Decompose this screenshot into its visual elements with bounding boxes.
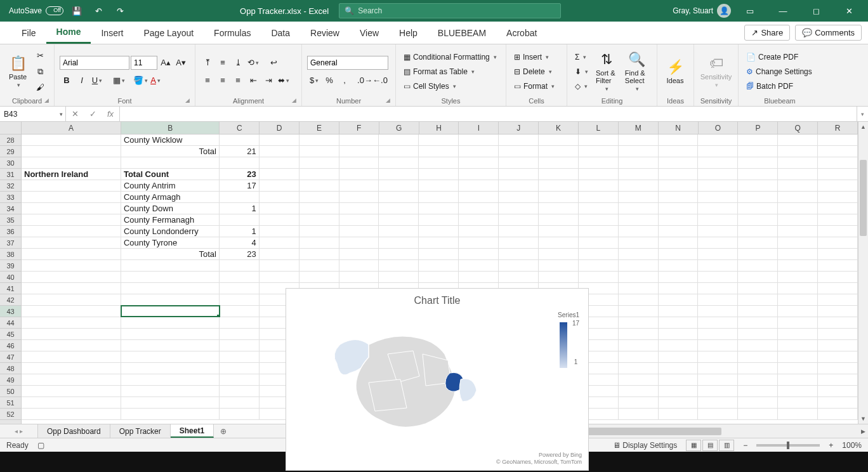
scroll-thumb[interactable]: [860, 160, 867, 236]
change-settings-button[interactable]: ⚙Change Settings: [744, 65, 815, 78]
cell-R50[interactable]: [818, 386, 858, 397]
cell-O44[interactable]: [698, 317, 738, 328]
bold-button[interactable]: B: [60, 74, 74, 88]
cell-Q42[interactable]: [778, 294, 818, 305]
row-header-44[interactable]: 44: [0, 317, 21, 329]
autosum-icon[interactable]: Σ▾: [572, 51, 591, 63]
cell-A36[interactable]: [22, 226, 121, 237]
cell-I36[interactable]: [459, 226, 499, 237]
paste-button[interactable]: 📋Paste▾: [5, 54, 30, 89]
cell-K39[interactable]: [539, 260, 579, 271]
cell-A51[interactable]: [22, 397, 121, 408]
cell-E34[interactable]: [299, 203, 339, 214]
cell-C43[interactable]: [220, 306, 260, 317]
cell-N44[interactable]: [659, 317, 699, 328]
row-header-49[interactable]: 49: [0, 374, 21, 386]
copy-icon[interactable]: ⧉: [33, 65, 47, 79]
wrap-text-icon[interactable]: ↩: [266, 56, 280, 70]
align-top-icon[interactable]: ⤒: [201, 56, 214, 70]
cell-H40[interactable]: [419, 272, 459, 282]
cell-Q34[interactable]: [778, 203, 818, 214]
column-header-D[interactable]: D: [260, 122, 299, 134]
cell-B46[interactable]: [121, 340, 220, 351]
page-layout-view-icon[interactable]: ▤: [702, 440, 718, 451]
cell-N49[interactable]: [659, 374, 699, 385]
cell-B47[interactable]: [121, 351, 220, 362]
row-header-34[interactable]: 34: [0, 203, 21, 214]
cell-B36[interactable]: County Londonderry: [121, 226, 220, 237]
cell-M51[interactable]: [619, 397, 659, 408]
percent-icon[interactable]: %: [322, 74, 336, 88]
cell-Q43[interactable]: [778, 306, 818, 317]
row-header-40[interactable]: 40: [0, 272, 21, 283]
cell-M35[interactable]: [619, 214, 659, 225]
cell-C32[interactable]: 17: [220, 180, 260, 191]
cell-I28[interactable]: [459, 134, 499, 145]
column-header-O[interactable]: O: [699, 122, 739, 134]
cell-B38[interactable]: Total: [121, 249, 220, 259]
cell-P33[interactable]: [738, 192, 778, 202]
zoom-in-icon[interactable]: +: [829, 441, 833, 450]
cell-K33[interactable]: [539, 192, 579, 202]
cell-B39[interactable]: [121, 260, 220, 271]
cell-O51[interactable]: [698, 397, 738, 408]
cell-I29[interactable]: [459, 146, 499, 157]
expand-formula-bar-icon[interactable]: ▾: [857, 107, 868, 121]
cell-D28[interactable]: [260, 134, 299, 145]
cell-O39[interactable]: [698, 260, 738, 271]
formula-input[interactable]: [120, 107, 857, 121]
cell-F35[interactable]: [339, 214, 379, 225]
tab-page-layout[interactable]: Page Layout: [133, 22, 204, 44]
cell-F39[interactable]: [339, 260, 379, 271]
cell-R45[interactable]: [818, 329, 858, 339]
cell-M32[interactable]: [619, 180, 659, 191]
cell-H36[interactable]: [419, 226, 459, 237]
cell-D39[interactable]: [260, 260, 299, 271]
row-header-35[interactable]: 35: [0, 214, 21, 226]
cell-Q37[interactable]: [778, 237, 818, 248]
column-header-P[interactable]: P: [738, 122, 778, 134]
cell-D34[interactable]: [260, 203, 299, 214]
cell-H34[interactable]: [419, 203, 459, 214]
ideas-button[interactable]: ⚡Ideas: [662, 58, 688, 86]
cell-L38[interactable]: [579, 249, 619, 259]
decrease-decimal-icon[interactable]: ←.0: [373, 74, 387, 88]
cell-K30[interactable]: [539, 157, 579, 168]
cell-I40[interactable]: [459, 272, 499, 282]
cell-O31[interactable]: [698, 169, 738, 180]
cell-D35[interactable]: [260, 214, 299, 225]
cell-L35[interactable]: [579, 214, 619, 225]
cell-C49[interactable]: [220, 374, 260, 385]
cell-M30[interactable]: [619, 157, 659, 168]
cell-B30[interactable]: [121, 157, 220, 168]
cell-N46[interactable]: [659, 340, 699, 351]
cell-A29[interactable]: [22, 146, 121, 157]
row-header-31[interactable]: 31: [0, 169, 21, 180]
cell-C34[interactable]: 1: [220, 203, 260, 214]
cell-D36[interactable]: [260, 226, 299, 237]
cell-E40[interactable]: [299, 272, 339, 282]
cell-M45[interactable]: [619, 329, 659, 339]
column-header-I[interactable]: I: [459, 122, 499, 134]
fill-color-icon[interactable]: 🪣▾: [133, 74, 147, 88]
cell-C41[interactable]: [220, 283, 260, 294]
row-header-39[interactable]: 39: [0, 260, 21, 272]
cell-A47[interactable]: [22, 351, 121, 362]
row-header-47[interactable]: 47: [0, 351, 21, 363]
cell-N33[interactable]: [659, 192, 699, 202]
select-all-corner[interactable]: [0, 122, 22, 134]
cell-A44[interactable]: [22, 317, 121, 328]
cell-G28[interactable]: [379, 134, 419, 145]
cell-Q39[interactable]: [778, 260, 818, 271]
share-button[interactable]: ↗Share: [744, 25, 790, 41]
cell-A39[interactable]: [22, 260, 121, 271]
cell-E36[interactable]: [299, 226, 339, 237]
cell-R35[interactable]: [818, 214, 858, 225]
cell-R41[interactable]: [818, 283, 858, 294]
conditional-formatting-button[interactable]: ▦Conditional Formatting▾: [401, 51, 499, 63]
cell-G40[interactable]: [379, 272, 419, 282]
cell-K32[interactable]: [539, 180, 579, 191]
tab-home[interactable]: Home: [46, 22, 91, 44]
cell-B43[interactable]: [121, 306, 220, 317]
align-right-icon[interactable]: ≡: [231, 74, 245, 88]
